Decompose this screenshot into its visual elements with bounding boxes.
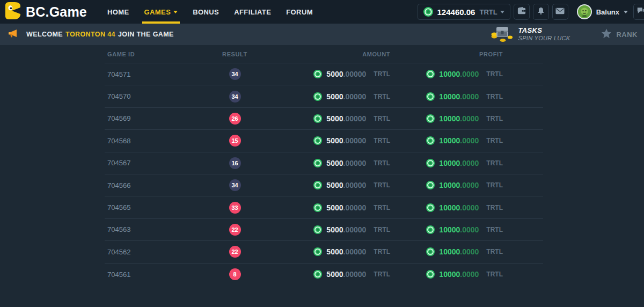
game-id: 704569: [105, 114, 201, 122]
table-row[interactable]: 704567 16 5000.00000 TRTL 10000.0000 TRT…: [105, 152, 543, 174]
notifications-button[interactable]: [533, 4, 549, 20]
header-amount: AMOUNT: [268, 51, 390, 57]
trtl-coin-icon: [313, 114, 322, 123]
table-row[interactable]: 704571 34 5000.00000 TRTL 10000.0000 TRT…: [105, 63, 543, 85]
trtl-coin-icon: [313, 70, 322, 78]
profit-currency: TRTL: [486, 137, 503, 144]
trtl-coin-icon: [313, 181, 322, 189]
amount-currency: TRTL: [374, 115, 390, 122]
navbar-right: 124460.06 TRTL: [418, 4, 644, 20]
table-row[interactable]: 704568 15 5000.00000 TRTL 10000.0000 TRT…: [105, 130, 543, 152]
tasks-shortcut[interactable]: TASKS SPIN YOUR LUCK: [491, 24, 570, 45]
amount-currency: TRTL: [374, 137, 390, 144]
trtl-coin-icon: [426, 203, 435, 212]
table-row[interactable]: 704570 34 5000.00000 TRTL 10000.0000 TRT…: [105, 85, 543, 107]
trtl-coin-icon: [426, 70, 435, 78]
trtl-coin-icon: [313, 247, 322, 256]
header-profit: PROFIT: [390, 51, 503, 57]
profit-fraction: .0000: [460, 203, 479, 212]
brand-logo[interactable]: BC.Game: [4, 2, 87, 22]
amount-integer: 5000: [326, 159, 343, 167]
chevron-down-icon: [624, 11, 628, 13]
table-row[interactable]: 704565 33 5000.00000 TRTL 10000.0000 TRT…: [105, 196, 543, 218]
amount-integer: 5000: [326, 270, 343, 279]
amount-integer: 5000: [326, 70, 343, 78]
table-header-row: GAME ID RESULT AMOUNT PROFIT: [105, 45, 543, 63]
user-menu[interactable]: Balunx: [577, 4, 628, 19]
wallet-button[interactable]: [514, 4, 530, 20]
profit-currency: TRTL: [486, 271, 503, 278]
chevron-down-icon: [500, 11, 504, 13]
game-id: 704568: [105, 137, 201, 145]
profit-integer: 10000: [439, 159, 460, 167]
profit-fraction: .0000: [460, 225, 479, 234]
amount-integer: 5000: [326, 136, 343, 145]
messages-button[interactable]: [552, 4, 568, 20]
profit-fraction: .0000: [460, 247, 479, 256]
table-row[interactable]: 704569 26 5000.00000 TRTL 10000.0000 TRT…: [105, 108, 543, 130]
chat-button[interactable]: 10: [633, 4, 644, 20]
result-badge: 34: [229, 91, 241, 103]
amount-currency: TRTL: [374, 204, 390, 211]
nav-item-bonus[interactable]: BONUS: [193, 0, 219, 24]
amount-integer: 5000: [326, 247, 343, 256]
amount-currency: TRTL: [374, 271, 390, 278]
amount-fraction: .00000: [343, 225, 367, 234]
bcgame-logo-icon: [4, 2, 21, 22]
profit-integer: 10000: [439, 270, 460, 279]
balance-currency: TRTL: [479, 8, 497, 16]
result-badge: 16: [229, 157, 241, 169]
username: Balunx: [596, 8, 619, 16]
profit-currency: TRTL: [486, 181, 503, 189]
profit-currency: TRTL: [486, 93, 503, 100]
trtl-coin-icon: [313, 159, 322, 167]
nav-item-forum[interactable]: FORUM: [286, 0, 313, 24]
result-badge: 8: [229, 268, 241, 280]
profit-integer: 10000: [439, 247, 460, 256]
tasks-title: TASKS: [518, 26, 570, 35]
table-body: 704571 34 5000.00000 TRTL 10000.0000 TRT…: [105, 63, 543, 286]
amount-fraction: .00000: [343, 92, 367, 101]
profit-fraction: .0000: [460, 181, 479, 189]
amount-fraction: .00000: [343, 181, 367, 189]
profit-currency: TRTL: [486, 204, 503, 211]
welcome-username: TORONTON 44: [65, 31, 115, 38]
page: BC.Game HOME GAMES BONUS AFFILIATE FORUM: [0, 0, 644, 307]
amount-fraction: .00000: [343, 114, 367, 123]
profit-integer: 10000: [439, 92, 460, 101]
trtl-coin-icon: [426, 114, 435, 123]
chat-bubbles-icon: [636, 6, 644, 17]
profit-currency: TRTL: [486, 248, 503, 255]
amount-fraction: .00000: [343, 270, 367, 279]
result-badge: 22: [229, 224, 241, 236]
balance-selector[interactable]: 124460.06 TRTL: [418, 4, 510, 20]
chevron-down-icon: [173, 11, 178, 13]
amount-fraction: .00000: [343, 136, 367, 145]
amount-integer: 5000: [326, 181, 343, 189]
balance-amount: 124460.06: [437, 8, 475, 17]
avatar: [577, 4, 592, 19]
rank-shortcut[interactable]: RANK: [601, 28, 638, 41]
table-row[interactable]: 704566 34 5000.00000 TRTL 10000.0000 TRT…: [105, 174, 543, 196]
game-id: 704567: [105, 159, 201, 167]
result-badge: 33: [229, 202, 241, 214]
brand-name: BC.Game: [26, 4, 87, 20]
welcome-suffix: JOIN THE GAME: [118, 31, 174, 38]
profit-fraction: .0000: [460, 70, 479, 78]
nav-item-home[interactable]: HOME: [107, 0, 129, 24]
bell-icon: [537, 6, 545, 18]
game-id: 704566: [105, 181, 201, 189]
nav-item-games[interactable]: GAMES: [144, 0, 178, 24]
table-row[interactable]: 704563 22 5000.00000 TRTL 10000.0000 TRT…: [105, 219, 543, 241]
trtl-coin-icon: [426, 136, 435, 145]
profit-fraction: .0000: [460, 136, 479, 145]
profit-currency: TRTL: [486, 70, 503, 78]
amount-currency: TRTL: [374, 226, 390, 233]
profit-currency: TRTL: [486, 159, 503, 167]
nav-item-affiliate[interactable]: AFFILIATE: [234, 0, 271, 24]
table-row[interactable]: 704562 22 5000.00000 TRTL 10000.0000 TRT…: [105, 241, 543, 263]
megaphone-icon: [8, 28, 19, 41]
amount-fraction: .00000: [343, 70, 367, 78]
amount-integer: 5000: [326, 92, 343, 101]
table-row[interactable]: 704561 8 5000.00000 TRTL 10000.0000 TRTL: [105, 264, 543, 286]
